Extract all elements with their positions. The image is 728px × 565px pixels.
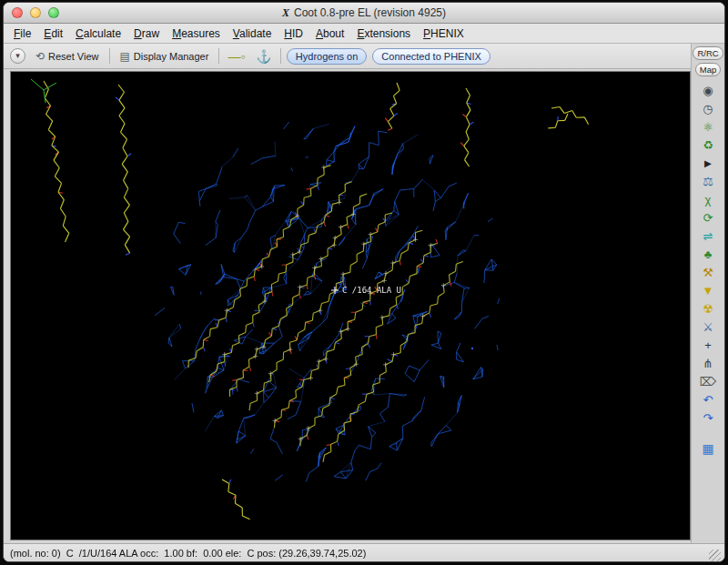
reset-view-button[interactable]: ⟲ Reset View (31, 47, 104, 66)
traffic-lights (12, 7, 59, 18)
rotate-translate-icon[interactable]: ⟳ (697, 209, 719, 227)
measure-tool-button[interactable]: —◦ (225, 48, 248, 65)
mutate-icon[interactable]: ▼ (697, 282, 719, 299)
titlebar[interactable]: XCoot 0.8-pre EL (revision 4925) (4, 3, 724, 24)
window-title-text: Coot 0.8-pre EL (revision 4925) (294, 6, 446, 19)
menu-edit[interactable]: Edit (37, 25, 69, 42)
desktop: XCoot 0.8-pre EL (revision 4925) File Ed… (0, 0, 728, 565)
display-manager-label: Display Manager (134, 51, 209, 62)
canvas-outer (4, 69, 691, 543)
redo-icon[interactable]: ↷ (697, 409, 719, 427)
auto-fit-rotamer-icon[interactable]: ⇌ (697, 227, 719, 245)
left-column: ▾ ⟲ Reset View ▤ Display Manager —◦ (4, 44, 691, 543)
canvas-frame (10, 71, 691, 540)
phenix-connection-button[interactable]: Connected to PHENIX (372, 48, 490, 65)
right-toolbar: R/RC Map ◉ ◷ ⚛ ♻ ► ⚖ χ ⟳ ⇌ ♣ ⚒ ▼ ☢ ⚔ (691, 44, 724, 543)
menu-validate[interactable]: Validate (227, 25, 278, 42)
menu-about[interactable]: About (309, 25, 350, 42)
molecule-icon[interactable]: ⚛ (697, 118, 719, 136)
cut-tool-icon[interactable]: ⚔ (697, 318, 719, 336)
sphere-view-icon[interactable]: ◉ (697, 82, 719, 99)
ring-line-icon: —◦ (228, 49, 245, 64)
zoom-button[interactable] (48, 7, 59, 18)
display-manager-icon: ▤ (120, 50, 130, 63)
anchor-icon: ⚓ (256, 49, 271, 64)
menu-hid[interactable]: HID (278, 25, 309, 42)
coot-window: XCoot 0.8-pre EL (revision 4925) File Ed… (3, 2, 725, 562)
reset-view-label: Reset View (48, 51, 98, 62)
toolbar-separator (109, 48, 110, 64)
regularize-icon[interactable]: ⚖ (697, 173, 719, 190)
hydrogens-toggle-button[interactable]: Hydrogens on (287, 48, 368, 65)
chi-angles-icon[interactable]: χ (697, 191, 719, 208)
status-text: (mol. no: 0) C /1/U/164 ALA occ: 1.00 bf… (10, 548, 366, 559)
display-colors-icon[interactable]: ▦ (697, 440, 719, 458)
toolbar-collapse-button[interactable]: ▾ (10, 48, 25, 64)
toolbar-separator (280, 48, 281, 64)
delete-icon[interactable]: ⌦ (697, 373, 719, 390)
window-title: XCoot 0.8-pre EL (revision 4925) (4, 6, 724, 20)
menu-calculate[interactable]: Calculate (69, 25, 127, 42)
accept-reject-icon[interactable]: ► (697, 155, 719, 172)
real-space-refine-icon[interactable]: ♻ (697, 136, 719, 154)
alt-conf-icon[interactable]: ⋔ (697, 355, 719, 372)
menu-file[interactable]: File (7, 25, 37, 42)
undo-icon[interactable]: ↶ (697, 391, 719, 409)
rail-icons: ◉ ◷ ⚛ ♻ ► ⚖ χ ⟳ ⇌ ♣ ⚒ ▼ ☢ ⚔ + ⋔ ⌦ (697, 82, 719, 458)
clock-icon[interactable]: ◷ (697, 100, 719, 117)
menu-phenix[interactable]: PHENIX (417, 25, 470, 42)
x11-logo-icon: X (282, 6, 289, 19)
menu-measures[interactable]: Measures (166, 25, 227, 42)
rotamers-icon[interactable]: ♣ (697, 246, 719, 263)
add-atom-icon[interactable]: + (697, 337, 719, 354)
anchor-tool-button[interactable]: ⚓ (253, 48, 274, 65)
content-row: ▾ ⟲ Reset View ▤ Display Manager —◦ (4, 44, 724, 543)
map-button[interactable]: Map (695, 63, 721, 76)
menubar: File Edit Calculate Draw Measures Valida… (4, 24, 724, 44)
menu-draw[interactable]: Draw (127, 25, 166, 42)
rrc-button[interactable]: R/RC (693, 46, 723, 60)
edit-backbone-icon[interactable]: ⚒ (697, 264, 719, 281)
toolbar-separator (218, 48, 219, 64)
main-toolbar: ▾ ⟲ Reset View ▤ Display Manager —◦ (4, 44, 691, 69)
statusbar: (mol. no: 0) C /1/U/164 ALA occ: 1.00 bf… (4, 543, 724, 561)
menu-extensions[interactable]: Extensions (350, 25, 417, 42)
display-manager-button[interactable]: ▤ Display Manager (116, 47, 214, 66)
close-button[interactable] (12, 7, 23, 18)
resize-grip[interactable] (709, 550, 721, 561)
molecular-viewport[interactable] (11, 72, 690, 540)
reset-view-icon: ⟲ (35, 50, 45, 63)
run-refmac-radiation-icon[interactable]: ☢ (697, 300, 719, 318)
minimize-button[interactable] (30, 7, 41, 18)
